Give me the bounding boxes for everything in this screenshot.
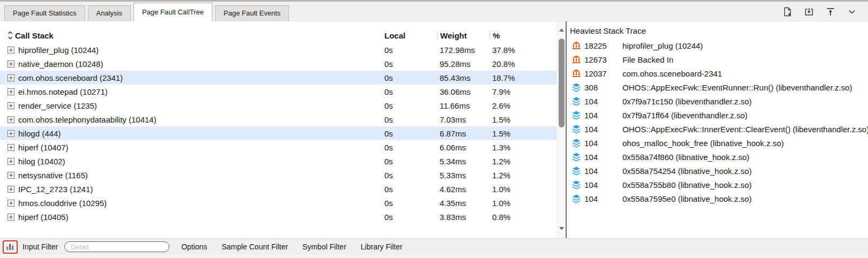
- frame-name: File Backed In: [611, 55, 673, 64]
- table-header: Call Stack Local Weight %: [0, 28, 557, 43]
- table-row[interactable]: com.ohos.sceneboard (2341) 0s 85.43ms 18…: [0, 71, 557, 85]
- table-row[interactable]: hmos.clouddrive (10295) 0s 4.35ms 1.0%: [0, 196, 557, 210]
- table-row[interactable]: com.ohos.telephonydataability (10414) 0s…: [0, 112, 557, 126]
- sample-count: 12673: [581, 55, 611, 64]
- heaviest-stack-title: Heaviest Stack Trace: [567, 25, 868, 39]
- expand-icon[interactable]: [8, 74, 14, 81]
- header-percent[interactable]: %: [489, 31, 557, 40]
- expand-icon[interactable]: [8, 130, 14, 137]
- percent-value: 1.5%: [489, 115, 557, 124]
- process-name: IPC_12_2723 (1241): [18, 185, 93, 194]
- filter-option[interactable]: Symbol Filter: [302, 242, 346, 251]
- frame-name: OHOS::AppExecFwk::EventRunner::Run() (li…: [611, 83, 852, 92]
- filter-option[interactable]: Options: [181, 242, 207, 251]
- weight-value: 7.03ms: [437, 115, 489, 124]
- scroll-up-arrow-icon[interactable]: [559, 25, 565, 34]
- table-row[interactable]: ei.hmos.notepad (10271) 0s 36.06ms 7.9%: [0, 85, 557, 98]
- toolbar-icons: [781, 6, 858, 19]
- stack-trace-row[interactable]: 308 OHOS::AppExecFwk::EventRunner::Run()…: [567, 80, 868, 94]
- tab[interactable]: Page Fault Events: [215, 5, 289, 21]
- table-row[interactable]: hilog (10402) 0s 5.34ms 1.2%: [0, 154, 557, 168]
- library-layers-icon: [567, 166, 581, 176]
- sample-count: 12037: [581, 69, 611, 78]
- expand-icon[interactable]: [8, 102, 14, 109]
- table-row[interactable]: hilogd (444) 0s 6.87ms 1.5%: [0, 126, 557, 140]
- stack-trace-row[interactable]: 104 0x558a74f860 (libnative_hook.z.so): [567, 150, 868, 164]
- tab[interactable]: Analysis: [88, 5, 131, 21]
- percent-value: 20.8%: [489, 59, 557, 69]
- export-file-button[interactable]: [781, 6, 794, 19]
- header-call-stack[interactable]: Call Stack: [0, 31, 383, 40]
- stack-trace-row[interactable]: 12037 com.ohos.sceneboard-2341: [567, 66, 868, 80]
- process-bank-icon: [567, 55, 581, 64]
- weight-value: 85.43ms: [437, 73, 489, 82]
- tab[interactable]: Page Fault CallTree: [133, 3, 212, 21]
- expand-icon[interactable]: [8, 172, 14, 179]
- process-bank-icon: [567, 41, 581, 50]
- sample-count: 18225: [581, 41, 611, 50]
- table-row[interactable]: render_service (1235) 0s 11.66ms 2.6%: [0, 98, 557, 112]
- weight-value: 4.35ms: [437, 199, 489, 208]
- table-body: hiprofiler_plug (10244) 0s 172.98ms 37.8…: [0, 43, 557, 238]
- percent-value: 18.7%: [489, 73, 557, 82]
- expand-icon[interactable]: [8, 214, 14, 221]
- expand-icon[interactable]: [8, 200, 14, 207]
- expand-icon[interactable]: [8, 186, 14, 193]
- scrollbar-thumb[interactable]: [559, 39, 565, 127]
- table-row[interactable]: hiprofiler_plug (10244) 0s 172.98ms 37.8…: [0, 43, 557, 57]
- stack-trace-row[interactable]: 18225 hiprofiler_plug (10244): [567, 39, 868, 52]
- frame-name: 0x558a755b80 (libnative_hook.z.so): [611, 180, 752, 189]
- bar-chart-icon[interactable]: [5, 241, 15, 253]
- download-icon: [803, 6, 815, 19]
- stack-trace-row[interactable]: 104 0x7f9a71ff64 (libeventhandler.z.so): [567, 108, 868, 122]
- local-value: 0s: [383, 213, 437, 222]
- process-name: native_daemon (10248): [18, 59, 103, 69]
- table-row[interactable]: IPC_12_2723 (1241) 0s 4.62ms 1.0%: [0, 182, 557, 196]
- stack-trace-row[interactable]: 104 ohos_malloc_hook_free (libnative_hoo…: [567, 136, 868, 150]
- table-row[interactable]: netsysnative (1165) 0s 5.33ms 1.2%: [0, 168, 557, 182]
- detail-filter-input[interactable]: [64, 241, 169, 252]
- process-name: netsysnative (1165): [18, 171, 88, 180]
- library-layers-icon: [567, 194, 581, 203]
- header-weight[interactable]: Weight: [437, 31, 489, 40]
- local-value: 0s: [383, 73, 437, 82]
- header-call-stack-label: Call Stack: [15, 31, 54, 40]
- frame-name: 0x7f9a71ff64 (libeventhandler.z.so): [611, 111, 747, 120]
- content-area: Call Stack Local Weight %: [0, 21, 868, 238]
- scroll-down-arrow-icon[interactable]: [559, 223, 565, 233]
- expand-icon[interactable]: [8, 88, 14, 95]
- expand-icon[interactable]: [8, 60, 14, 67]
- stack-trace-row[interactable]: 104 0x7f9a71c150 (libeventhandler.z.so): [567, 94, 868, 108]
- table-row[interactable]: hiperf (10405) 0s 3.83ms 0.8%: [0, 210, 557, 224]
- stack-trace-row[interactable]: 104 0x558a754254 (libnative_hook.z.so): [567, 164, 868, 178]
- header-local[interactable]: Local: [383, 31, 437, 40]
- stack-trace-row[interactable]: 104 0x558a755b80 (libnative_hook.z.so): [567, 178, 868, 192]
- weight-value: 11.66ms: [437, 101, 489, 110]
- expand-icon[interactable]: [8, 116, 14, 123]
- vertical-scrollbar[interactable]: [557, 21, 566, 238]
- percent-value: 1.0%: [489, 185, 557, 194]
- local-value: 0s: [383, 129, 437, 138]
- expand-icon[interactable]: [8, 47, 14, 54]
- tab-label: Page Fault Events: [224, 9, 280, 17]
- process-name: render_service (1235): [18, 101, 97, 110]
- table-row[interactable]: hiperf (10407) 0s 6.06ms 1.3%: [0, 140, 557, 154]
- collapse-panel-button[interactable]: [845, 6, 858, 19]
- stack-trace-row[interactable]: 104 OHOS::AppExecFwk::InnerEvent::ClearE…: [567, 122, 868, 136]
- table-row[interactable]: native_daemon (10248) 0s 95.28ms 20.8%: [0, 57, 557, 71]
- weight-value: 6.87ms: [437, 129, 489, 138]
- expand-icon[interactable]: [8, 158, 14, 165]
- process-bank-icon: [567, 69, 581, 78]
- expand-icon[interactable]: [8, 144, 14, 151]
- upload-to-top-button[interactable]: [824, 6, 837, 19]
- stack-trace-row[interactable]: 104 0x558a7595e0 (libnative_hook.z.so): [567, 192, 868, 206]
- percent-value: 1.2%: [489, 171, 557, 180]
- stack-trace-row[interactable]: 12673 File Backed In: [567, 52, 868, 66]
- download-button[interactable]: [803, 6, 815, 19]
- filter-option[interactable]: Sample Count Filter: [221, 242, 288, 251]
- local-value: 0s: [383, 59, 437, 69]
- weight-value: 5.34ms: [437, 157, 489, 166]
- process-name: ei.hmos.notepad (10271): [18, 87, 108, 96]
- tab[interactable]: Page Fault Statistics: [4, 5, 85, 21]
- filter-option[interactable]: Library Filter: [361, 242, 403, 251]
